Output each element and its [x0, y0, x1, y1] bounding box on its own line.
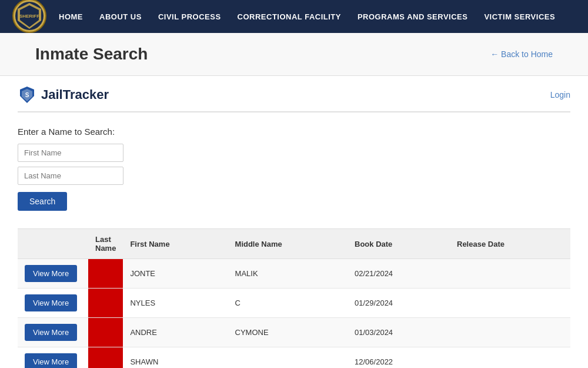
page-header: Inmate Search ← Back to Home — [0, 33, 588, 76]
table-row: View MoreSHAWN12/06/2022 — [18, 347, 570, 369]
nav-item-civil[interactable]: CIVIL PROCESS — [158, 12, 221, 21]
search-label: Enter a Name to Search: — [18, 127, 570, 137]
col-last-name: Last Name — [88, 229, 123, 259]
svg-text:S: S — [25, 92, 29, 98]
view-more-button[interactable]: View More — [25, 265, 77, 282]
nav-link-home[interactable]: HOME — [59, 12, 83, 21]
nav-link-about[interactable]: ABOUT US — [99, 12, 142, 21]
book-date-cell: 01/03/2024 — [348, 318, 450, 347]
first-name-cell: ANDRE — [123, 318, 228, 347]
search-button[interactable]: Search — [18, 192, 67, 211]
last-name-input[interactable] — [18, 167, 123, 185]
middle-name-cell — [228, 347, 348, 369]
nav-item-home[interactable]: HOME — [59, 12, 83, 21]
col-release-date: Release Date — [450, 229, 570, 259]
action-cell: View More — [18, 347, 88, 369]
view-more-button[interactable]: View More — [25, 324, 77, 341]
nav-link-victim[interactable]: VICTIM SERVICES — [484, 12, 555, 21]
last-name-cell — [88, 347, 123, 369]
action-cell: View More — [18, 318, 88, 347]
table-row: View MoreANDRECYMONE01/03/2024 — [18, 318, 570, 347]
search-section: Enter a Name to Search: Search — [18, 112, 570, 223]
first-name-cell: SHAWN — [123, 347, 228, 369]
book-date-cell: 01/29/2024 — [348, 289, 450, 318]
view-more-button[interactable]: View More — [25, 294, 77, 311]
login-link[interactable]: Login — [550, 90, 570, 100]
table-row: View MoreNYLESC01/29/2024 — [18, 289, 570, 318]
middle-name-cell: C — [228, 289, 348, 318]
view-more-button[interactable]: View More — [25, 353, 77, 368]
nav-item-programs[interactable]: PROGRAMS AND SERVICES — [358, 12, 467, 21]
jailtracker-logo: S JailTracker — [18, 85, 109, 104]
navbar-links: HOME ABOUT US CIVIL PROCESS CORRECTIONAL… — [59, 12, 555, 21]
navbar: SHERIFF HOME ABOUT US CIVIL PROCESS CORR… — [0, 0, 588, 33]
first-name-input[interactable] — [18, 144, 123, 162]
release-date-cell — [450, 318, 570, 347]
nav-item-correctional[interactable]: CORRECTIONAL FACILITY — [238, 12, 341, 21]
jailtracker-shield-icon: S — [18, 85, 36, 104]
middle-name-cell: CYMONE — [228, 318, 348, 347]
svg-text:SHERIFF: SHERIFF — [19, 14, 39, 19]
col-book-date: Book Date — [348, 229, 450, 259]
nav-link-civil[interactable]: CIVIL PROCESS — [158, 12, 221, 21]
table-row: View MoreJONTEMALIK02/21/2024 — [18, 259, 570, 289]
last-name-cell — [88, 259, 123, 289]
release-date-cell — [450, 259, 570, 289]
main-content: S JailTracker Login Enter a Name to Sear… — [0, 76, 588, 368]
nav-item-victim[interactable]: VICTIM SERVICES — [484, 12, 555, 21]
navbar-logo: SHERIFF — [12, 0, 59, 35]
table-header: Last Name First Name Middle Name Book Da… — [18, 229, 570, 259]
nav-link-programs[interactable]: PROGRAMS AND SERVICES — [358, 12, 467, 21]
col-middle-name: Middle Name — [228, 229, 348, 259]
action-cell: View More — [18, 259, 88, 289]
table-body: View MoreJONTEMALIK02/21/2024View MoreNY… — [18, 259, 570, 369]
jailtracker-header: S JailTracker Login — [18, 76, 570, 112]
results-table: Last Name First Name Middle Name Book Da… — [18, 228, 570, 368]
last-name-cell — [88, 289, 123, 318]
jailtracker-logo-text: JailTracker — [41, 87, 109, 102]
nav-link-correctional[interactable]: CORRECTIONAL FACILITY — [238, 12, 341, 21]
book-date-cell: 02/21/2024 — [348, 259, 450, 289]
first-name-cell: NYLES — [123, 289, 228, 318]
middle-name-cell: MALIK — [228, 259, 348, 289]
release-date-cell — [450, 347, 570, 369]
back-to-home-link[interactable]: ← Back to Home — [490, 49, 553, 59]
book-date-cell: 12/06/2022 — [348, 347, 450, 369]
page-title: Inmate Search — [35, 45, 148, 64]
last-name-cell — [88, 318, 123, 347]
first-name-cell: JONTE — [123, 259, 228, 289]
col-first-name: First Name — [123, 229, 228, 259]
release-date-cell — [450, 289, 570, 318]
table-header-row: Last Name First Name Middle Name Book Da… — [18, 229, 570, 259]
nav-item-about[interactable]: ABOUT US — [99, 12, 142, 21]
action-cell: View More — [18, 289, 88, 318]
col-action — [18, 229, 88, 259]
